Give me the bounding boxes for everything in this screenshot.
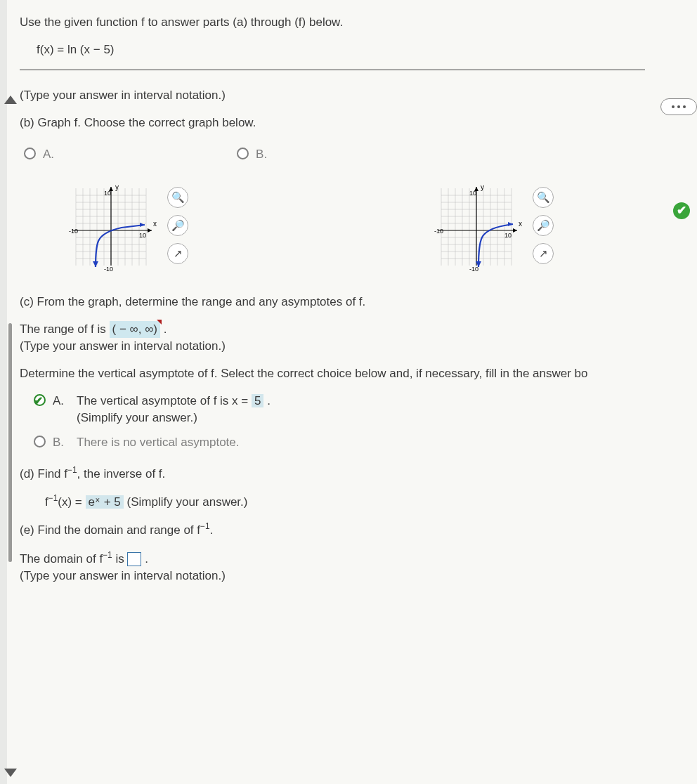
part-b-prompt: (b) Graph f. Choose the correct graph be… — [20, 115, 687, 132]
svg-text:10: 10 — [469, 190, 476, 197]
choice-b-label: B. — [256, 146, 267, 164]
inverse-hint: (Simplify your answer.) — [127, 495, 248, 509]
svg-text:x: x — [519, 220, 522, 228]
zoom-in-icon[interactable]: 🔍 — [533, 187, 554, 208]
choice-a[interactable]: A. — [24, 146, 54, 164]
svg-text:-10: -10 — [469, 266, 478, 273]
question-intro: Use the given function f to answer parts… — [20, 14, 687, 32]
svg-text:-10: -10 — [104, 266, 113, 273]
svg-text:10: 10 — [139, 232, 146, 239]
inverse-answer[interactable]: eˣ + 5 — [86, 495, 124, 509]
popout-icon[interactable]: ↗ — [167, 243, 188, 264]
svg-text:y: y — [481, 183, 484, 191]
va-b-letter: B. — [53, 434, 70, 452]
correct-badge: ✔ — [673, 202, 690, 219]
part-d-prompt: (d) Find f−1, the inverse of f. — [20, 464, 687, 483]
va-b-text: There is no vertical asymptote. — [77, 434, 687, 452]
range-pre: The range of f is — [20, 322, 110, 336]
question-page: Use the given function f to answer parts… — [7, 0, 697, 784]
domain-hint: (Type your answer in interval notation.) — [20, 569, 226, 582]
graph-b: x y 10 -10 10 -10 — [434, 181, 526, 273]
more-button[interactable] — [660, 98, 697, 115]
inverse-answer-line: f−1(x) = eˣ + 5 (Simplify your answer.) — [45, 492, 687, 511]
graph-choices: A. B. — [24, 146, 687, 164]
svg-text:x: x — [153, 220, 157, 228]
svg-text:-10: -10 — [434, 228, 443, 235]
domain-input[interactable] — [127, 552, 141, 566]
scroll-up-arrow[interactable] — [4, 96, 17, 104]
va-a-text: The vertical asymptote of f is x = 5 . (… — [77, 393, 687, 427]
domain-line: The domain of f−1 is . (Type your answer… — [20, 549, 687, 585]
va-option-a[interactable]: A. The vertical asymptote of f is x = 5 … — [34, 393, 687, 427]
svg-text:10: 10 — [104, 190, 111, 197]
range-hint: (Type your answer in interval notation.) — [20, 339, 226, 353]
graph-a: x y 10 -10 10 -10 — [69, 181, 160, 273]
range-answer[interactable]: ( − ∞, ∞) — [110, 321, 160, 339]
va-a-letter: A. — [53, 393, 70, 410]
graph-a-set: x y 10 -10 10 -10 🔍 🔎 ↗ — [69, 181, 188, 273]
va-prompt: Determine the vertical asymptote of f. S… — [20, 365, 687, 383]
svg-text:y: y — [115, 183, 119, 191]
radio-va-b[interactable] — [34, 436, 46, 447]
scroll-down-arrow[interactable] — [4, 769, 17, 777]
part-c-prompt: (c) From the graph, determine the range … — [20, 294, 687, 311]
scrollbar-thumb[interactable] — [8, 323, 12, 562]
graph-b-tools: 🔍 🔎 ↗ — [533, 187, 554, 264]
va-value[interactable]: 5 — [252, 394, 263, 407]
svg-marker-61 — [508, 222, 513, 226]
radio-va-a[interactable] — [34, 394, 46, 406]
zoom-out-icon[interactable]: 🔎 — [533, 215, 554, 236]
range-line: The range of f is ( − ∞, ∞) . (Type your… — [20, 321, 687, 355]
graph-a-tools: 🔍 🔎 ↗ — [167, 187, 188, 264]
graph-b-set: x y 10 -10 10 -10 🔍 🔎 ↗ — [434, 181, 554, 273]
choice-b[interactable]: B. — [237, 146, 267, 164]
radio-b[interactable] — [237, 148, 249, 159]
interval-hint: (Type your answer in interval notation.) — [20, 87, 687, 105]
popout-icon[interactable]: ↗ — [533, 243, 554, 264]
va-option-b[interactable]: B. There is no vertical asymptote. — [34, 434, 687, 452]
zoom-out-icon[interactable]: 🔎 — [167, 215, 188, 236]
svg-marker-29 — [93, 261, 98, 267]
radio-a[interactable] — [24, 148, 36, 159]
svg-text:10: 10 — [504, 232, 512, 239]
va-a-hint: (Simplify your answer.) — [77, 411, 197, 424]
divider — [20, 70, 645, 70]
graphs-row: x y 10 -10 10 -10 🔍 🔎 ↗ — [20, 181, 687, 273]
zoom-in-icon[interactable]: 🔍 — [167, 187, 188, 208]
part-e-prompt: (e) Find the domain and range of f−1. — [20, 521, 687, 539]
svg-marker-51 — [513, 228, 517, 233]
svg-marker-20 — [148, 228, 152, 233]
range-post: . — [164, 322, 167, 336]
choice-a-label: A. — [43, 146, 54, 164]
svg-text:-10: -10 — [69, 228, 78, 235]
function-formula: f(x) = ln (x − 5) — [37, 41, 687, 59]
